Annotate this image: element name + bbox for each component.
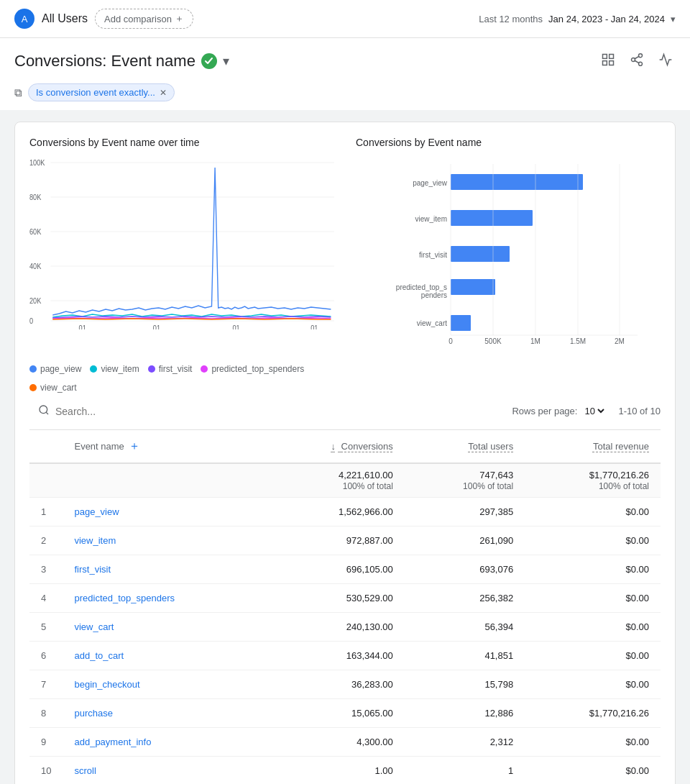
row-total-revenue: $0.00 bbox=[525, 555, 661, 584]
totals-rank-cell bbox=[29, 463, 63, 498]
totals-row: 4,221,610.00 100% of total 747,643 100% … bbox=[29, 463, 661, 498]
charts-card: Conversions by Event name over time 100K… bbox=[14, 122, 676, 784]
row-conversions: 15,065.00 bbox=[265, 699, 405, 728]
legend-first-visit: first_visit bbox=[148, 364, 193, 374]
row-conversions: 36,283.00 bbox=[265, 670, 405, 699]
bar-chart-title: Conversions by Event name bbox=[356, 137, 661, 148]
table-row: 8 purchase 15,065.00 12,886 $1,770,216.2… bbox=[29, 699, 661, 728]
date-range-dropdown-icon[interactable]: ▾ bbox=[671, 14, 676, 24]
svg-text:40K: 40K bbox=[29, 263, 42, 270]
bar-chart-svg: page_view view_item first_visit predicte… bbox=[356, 157, 661, 344]
svg-text:01: 01 bbox=[232, 324, 239, 329]
svg-text:500K: 500K bbox=[484, 337, 502, 344]
main-content: Conversions by Event name over time 100K… bbox=[0, 110, 690, 784]
event-link[interactable]: add_to_cart bbox=[74, 650, 124, 661]
svg-rect-38 bbox=[451, 279, 495, 295]
row-total-revenue: $0.00 bbox=[525, 613, 661, 642]
row-conversions: 4,300.00 bbox=[265, 728, 405, 757]
avatar: A bbox=[14, 9, 34, 29]
legend-page-view: page_view bbox=[29, 364, 81, 374]
event-link[interactable]: view_cart bbox=[74, 621, 114, 632]
line-chart-legend: page_view view_item first_visit predicte… bbox=[29, 364, 334, 393]
filter-chip-close-icon[interactable]: ✕ bbox=[160, 88, 167, 98]
totals-revenue-cell: $1,770,216.26 100% of total bbox=[525, 463, 661, 498]
row-rank: 5 bbox=[29, 613, 63, 642]
svg-text:penders: penders bbox=[421, 291, 447, 299]
event-link[interactable]: view_item bbox=[74, 535, 116, 546]
row-event: purchase bbox=[63, 699, 264, 728]
event-link[interactable]: page_view bbox=[74, 506, 119, 517]
row-event: view_item bbox=[63, 527, 264, 555]
row-total-users: 693,076 bbox=[405, 555, 525, 584]
legend-dot-page-view bbox=[29, 365, 37, 373]
row-rank: 6 bbox=[29, 642, 63, 670]
row-total-users: 256,382 bbox=[405, 584, 525, 613]
row-event: page_view bbox=[63, 498, 264, 527]
title-dropdown-icon[interactable]: ▾ bbox=[223, 53, 229, 69]
col-total-revenue[interactable]: Total revenue bbox=[525, 430, 661, 463]
table-row: 7 begin_checkout 36,283.00 15,798 $0.00 bbox=[29, 670, 661, 699]
rows-per-page-select[interactable]: 10 25 50 bbox=[581, 405, 607, 417]
add-event-name-button[interactable]: ＋ bbox=[129, 439, 140, 454]
line-chart-title: Conversions by Event name over time bbox=[29, 137, 334, 148]
filter-chip[interactable]: Is conversion event exactly... ✕ bbox=[28, 83, 175, 101]
header-actions bbox=[598, 50, 676, 72]
svg-line-7 bbox=[635, 60, 639, 63]
svg-rect-2 bbox=[603, 61, 607, 65]
date-range-period: Last 12 months bbox=[479, 14, 543, 24]
svg-text:1M: 1M bbox=[530, 337, 540, 344]
table-row: 4 predicted_top_spenders 530,529.00 256,… bbox=[29, 584, 661, 613]
event-link[interactable]: begin_checkout bbox=[74, 679, 139, 690]
row-total-revenue: $0.00 bbox=[525, 670, 661, 699]
col-total-users[interactable]: Total users bbox=[405, 430, 525, 463]
legend-view-cart: view_cart bbox=[29, 383, 77, 393]
table-toolbar: Rows per page: 10 25 50 1-10 of 10 bbox=[29, 393, 661, 430]
row-rank: 10 bbox=[29, 757, 63, 785]
table-controls: Rows per page: 10 25 50 1-10 of 10 bbox=[512, 405, 661, 417]
row-total-users: 261,090 bbox=[405, 527, 525, 555]
page-title: Conversions: Event name ▾ bbox=[14, 52, 229, 70]
totals-users-cell: 747,643 100% of total bbox=[405, 463, 525, 498]
svg-text:01: 01 bbox=[153, 324, 160, 329]
svg-rect-35 bbox=[451, 174, 583, 190]
totals-event-cell bbox=[63, 463, 264, 498]
sort-arrow-icon: ↓ bbox=[331, 441, 336, 452]
col-conversions[interactable]: ↓ Conversions bbox=[265, 430, 405, 463]
add-comparison-button[interactable]: Add comparison ＋ bbox=[95, 9, 193, 29]
row-conversions: 696,105.00 bbox=[265, 555, 405, 584]
event-link[interactable]: add_payment_info bbox=[74, 737, 151, 747]
row-total-users: 12,886 bbox=[405, 699, 525, 728]
rows-per-page-label: Rows per page: bbox=[512, 406, 577, 416]
row-conversions: 1,562,966.00 bbox=[265, 498, 405, 527]
top-bar-left: A All Users Add comparison ＋ bbox=[14, 9, 193, 29]
event-link[interactable]: purchase bbox=[74, 708, 112, 719]
row-total-revenue: $0.00 bbox=[525, 498, 661, 527]
table-row: 5 view_cart 240,130.00 56,394 $0.00 bbox=[29, 613, 661, 642]
line-chart-container: 100K 80K 60K 40K 20K 0 0 bbox=[29, 157, 334, 358]
event-link[interactable]: first_visit bbox=[74, 564, 111, 575]
svg-text:first_visit: first_visit bbox=[419, 251, 447, 259]
event-link[interactable]: scroll bbox=[74, 765, 96, 776]
row-total-revenue: $0.00 bbox=[525, 527, 661, 555]
svg-text:01: 01 bbox=[310, 324, 318, 329]
legend-predicted-top-spenders: predicted_top_spenders bbox=[201, 364, 304, 374]
svg-text:100K: 100K bbox=[29, 159, 45, 167]
svg-text:0: 0 bbox=[29, 317, 33, 325]
search-input[interactable] bbox=[55, 406, 199, 417]
row-total-users: 297,385 bbox=[405, 498, 525, 527]
row-conversions: 530,529.00 bbox=[265, 584, 405, 613]
line-chart-svg: 100K 80K 60K 40K 20K 0 0 bbox=[29, 157, 334, 329]
chart-settings-button[interactable] bbox=[598, 50, 618, 72]
svg-text:2M: 2M bbox=[615, 337, 625, 344]
row-total-revenue: $0.00 bbox=[525, 757, 661, 785]
svg-rect-0 bbox=[603, 55, 607, 59]
svg-rect-36 bbox=[451, 210, 533, 226]
share-button[interactable] bbox=[627, 50, 647, 72]
table-row: 3 first_visit 696,105.00 693,076 $0.00 bbox=[29, 555, 661, 584]
col-event-name: Event name ＋ bbox=[63, 430, 264, 463]
row-event: begin_checkout bbox=[63, 670, 264, 699]
row-rank: 2 bbox=[29, 527, 63, 555]
totals-conversions-cell: 4,221,610.00 100% of total bbox=[265, 463, 405, 498]
insights-button[interactable] bbox=[656, 50, 676, 72]
event-link[interactable]: predicted_top_spenders bbox=[74, 593, 175, 603]
